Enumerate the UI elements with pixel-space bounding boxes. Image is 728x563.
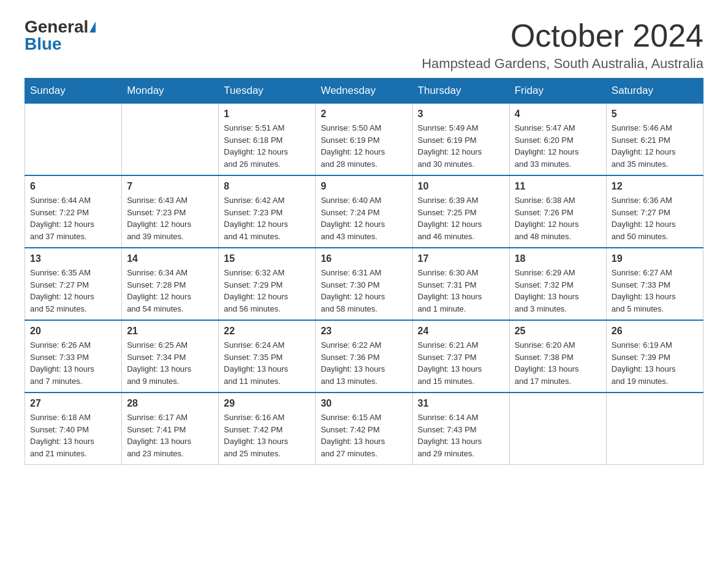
- day-info: Sunrise: 6:24 AMSunset: 7:35 PMDaylight:…: [224, 339, 310, 387]
- day-number: 22: [224, 326, 310, 337]
- day-number: 25: [515, 326, 601, 337]
- day-number: 11: [515, 181, 601, 192]
- day-number: 17: [418, 253, 504, 264]
- day-number: 18: [515, 253, 601, 264]
- day-info: Sunrise: 6:21 AMSunset: 7:37 PMDaylight:…: [418, 339, 504, 387]
- calendar-cell: 21Sunrise: 6:25 AMSunset: 7:34 PMDayligh…: [122, 320, 219, 393]
- calendar-cell: [509, 393, 606, 465]
- day-number: 1: [224, 109, 310, 120]
- title-area: October 2024 Hampstead Gardens, South Au…: [422, 18, 703, 72]
- calendar-cell: 12Sunrise: 6:36 AMSunset: 7:27 PMDayligh…: [606, 175, 703, 248]
- page-header: General Blue October 2024 Hampstead Gard…: [25, 18, 703, 72]
- day-info: Sunrise: 6:34 AMSunset: 7:28 PMDaylight:…: [127, 267, 213, 315]
- day-info: Sunrise: 6:32 AMSunset: 7:29 PMDaylight:…: [224, 267, 310, 315]
- day-info: Sunrise: 6:25 AMSunset: 7:34 PMDaylight:…: [127, 339, 213, 387]
- day-number: 7: [127, 181, 213, 192]
- day-number: 9: [320, 181, 407, 192]
- day-number: 12: [612, 181, 698, 192]
- day-number: 27: [30, 398, 116, 409]
- day-info: Sunrise: 6:18 AMSunset: 7:40 PMDaylight:…: [30, 412, 116, 459]
- day-number: 14: [127, 253, 213, 264]
- day-info: Sunrise: 6:35 AMSunset: 7:27 PMDaylight:…: [30, 267, 116, 315]
- day-number: 15: [224, 253, 310, 264]
- calendar-cell: 4Sunrise: 5:47 AMSunset: 6:20 PMDaylight…: [509, 104, 606, 176]
- day-info: Sunrise: 6:42 AMSunset: 7:23 PMDaylight:…: [224, 194, 310, 242]
- day-info: Sunrise: 6:26 AMSunset: 7:33 PMDaylight:…: [30, 339, 116, 387]
- calendar-cell: 15Sunrise: 6:32 AMSunset: 7:29 PMDayligh…: [219, 248, 316, 320]
- calendar-cell: 6Sunrise: 6:44 AMSunset: 7:22 PMDaylight…: [25, 175, 122, 248]
- day-number: 23: [320, 326, 407, 337]
- day-number: 29: [224, 398, 310, 409]
- weekday-header-row: SundayMondayTuesdayWednesdayThursdayFrid…: [25, 79, 703, 104]
- calendar-cell: 13Sunrise: 6:35 AMSunset: 7:27 PMDayligh…: [25, 248, 122, 320]
- day-info: Sunrise: 6:30 AMSunset: 7:31 PMDaylight:…: [418, 267, 504, 315]
- day-info: Sunrise: 6:15 AMSunset: 7:42 PMDaylight:…: [320, 412, 407, 459]
- logo: General Blue: [25, 18, 96, 53]
- calendar-cell: 2Sunrise: 5:50 AMSunset: 6:19 PMDaylight…: [316, 104, 412, 176]
- calendar-cell: 14Sunrise: 6:34 AMSunset: 7:28 PMDayligh…: [122, 248, 219, 320]
- day-number: 8: [224, 181, 310, 192]
- calendar-cell: 17Sunrise: 6:30 AMSunset: 7:31 PMDayligh…: [412, 248, 509, 320]
- day-number: 21: [127, 326, 213, 337]
- calendar-cell: 22Sunrise: 6:24 AMSunset: 7:35 PMDayligh…: [219, 320, 316, 393]
- calendar-cell: 24Sunrise: 6:21 AMSunset: 7:37 PMDayligh…: [412, 320, 509, 393]
- day-number: 2: [320, 109, 407, 120]
- calendar-cell: [606, 393, 703, 465]
- calendar-cell: 8Sunrise: 6:42 AMSunset: 7:23 PMDaylight…: [219, 175, 316, 248]
- day-info: Sunrise: 6:43 AMSunset: 7:23 PMDaylight:…: [127, 194, 213, 242]
- calendar-cell: 3Sunrise: 5:49 AMSunset: 6:19 PMDaylight…: [412, 104, 509, 176]
- day-number: 10: [418, 181, 504, 192]
- day-info: Sunrise: 5:46 AMSunset: 6:21 PMDaylight:…: [612, 122, 698, 170]
- calendar-cell: 31Sunrise: 6:14 AMSunset: 7:43 PMDayligh…: [412, 393, 509, 465]
- day-number: 6: [30, 181, 116, 192]
- day-info: Sunrise: 6:38 AMSunset: 7:26 PMDaylight:…: [515, 194, 601, 242]
- calendar-cell: 28Sunrise: 6:17 AMSunset: 7:41 PMDayligh…: [122, 393, 219, 465]
- day-info: Sunrise: 5:49 AMSunset: 6:19 PMDaylight:…: [418, 122, 504, 170]
- day-number: 5: [612, 109, 698, 120]
- calendar-cell: 11Sunrise: 6:38 AMSunset: 7:26 PMDayligh…: [509, 175, 606, 248]
- calendar-cell: 25Sunrise: 6:20 AMSunset: 7:38 PMDayligh…: [509, 320, 606, 393]
- day-info: Sunrise: 6:16 AMSunset: 7:42 PMDaylight:…: [224, 412, 310, 459]
- calendar-week-row: 20Sunrise: 6:26 AMSunset: 7:33 PMDayligh…: [25, 320, 703, 393]
- calendar-table: SundayMondayTuesdayWednesdayThursdayFrid…: [25, 78, 703, 465]
- calendar-cell: 20Sunrise: 6:26 AMSunset: 7:33 PMDayligh…: [25, 320, 122, 393]
- weekday-header-friday: Friday: [509, 79, 606, 104]
- weekday-header-tuesday: Tuesday: [219, 79, 316, 104]
- logo-triangle-icon: [89, 21, 96, 33]
- day-number: 4: [515, 109, 601, 120]
- calendar-cell: 27Sunrise: 6:18 AMSunset: 7:40 PMDayligh…: [25, 393, 122, 465]
- day-info: Sunrise: 5:51 AMSunset: 6:18 PMDaylight:…: [224, 122, 310, 170]
- day-number: 3: [418, 109, 504, 120]
- calendar-cell: 16Sunrise: 6:31 AMSunset: 7:30 PMDayligh…: [316, 248, 412, 320]
- day-info: Sunrise: 5:50 AMSunset: 6:19 PMDaylight:…: [320, 122, 407, 170]
- day-info: Sunrise: 6:19 AMSunset: 7:39 PMDaylight:…: [612, 339, 698, 387]
- weekday-header-thursday: Thursday: [412, 79, 509, 104]
- calendar-week-row: 1Sunrise: 5:51 AMSunset: 6:18 PMDaylight…: [25, 104, 703, 176]
- month-title: October 2024: [422, 18, 703, 53]
- day-info: Sunrise: 6:31 AMSunset: 7:30 PMDaylight:…: [320, 267, 407, 315]
- day-info: Sunrise: 6:17 AMSunset: 7:41 PMDaylight:…: [127, 412, 213, 459]
- day-info: Sunrise: 5:47 AMSunset: 6:20 PMDaylight:…: [515, 122, 601, 170]
- day-number: 30: [320, 398, 407, 409]
- day-number: 28: [127, 398, 213, 409]
- day-number: 20: [30, 326, 116, 337]
- logo-general-text: General: [25, 18, 88, 36]
- calendar-cell: 30Sunrise: 6:15 AMSunset: 7:42 PMDayligh…: [316, 393, 412, 465]
- day-number: 31: [418, 398, 504, 409]
- calendar-cell: [122, 104, 219, 176]
- day-info: Sunrise: 6:27 AMSunset: 7:33 PMDaylight:…: [612, 267, 698, 315]
- logo-blue-text: Blue: [25, 36, 62, 53]
- calendar-cell: 29Sunrise: 6:16 AMSunset: 7:42 PMDayligh…: [219, 393, 316, 465]
- day-info: Sunrise: 6:22 AMSunset: 7:36 PMDaylight:…: [320, 339, 407, 387]
- calendar-cell: 10Sunrise: 6:39 AMSunset: 7:25 PMDayligh…: [412, 175, 509, 248]
- calendar-week-row: 27Sunrise: 6:18 AMSunset: 7:40 PMDayligh…: [25, 393, 703, 465]
- day-number: 19: [612, 253, 698, 264]
- weekday-header-sunday: Sunday: [25, 79, 122, 104]
- day-number: 16: [320, 253, 407, 264]
- location-subtitle: Hampstead Gardens, South Australia, Aust…: [422, 56, 703, 72]
- day-info: Sunrise: 6:14 AMSunset: 7:43 PMDaylight:…: [418, 412, 504, 459]
- day-info: Sunrise: 6:39 AMSunset: 7:25 PMDaylight:…: [418, 194, 504, 242]
- weekday-header-saturday: Saturday: [606, 79, 703, 104]
- calendar-cell: 18Sunrise: 6:29 AMSunset: 7:32 PMDayligh…: [509, 248, 606, 320]
- day-info: Sunrise: 6:29 AMSunset: 7:32 PMDaylight:…: [515, 267, 601, 315]
